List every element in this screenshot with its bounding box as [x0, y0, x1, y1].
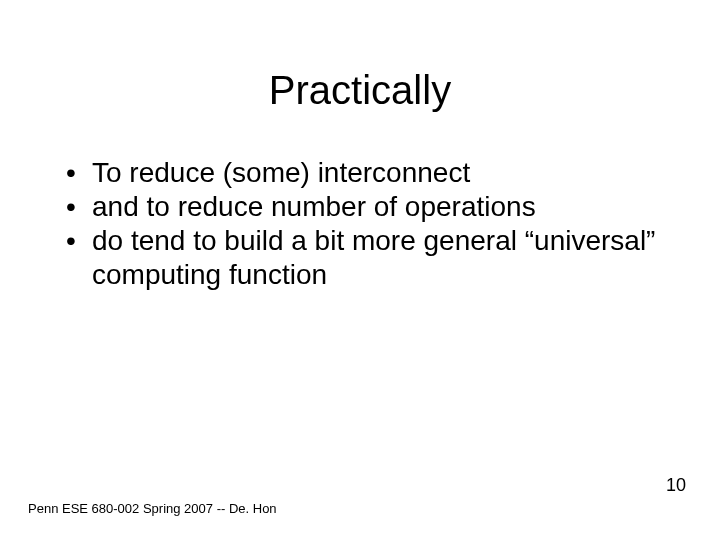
bullet-item: To reduce (some) interconnect: [66, 156, 666, 190]
page-number: 10: [666, 475, 686, 496]
slide: Practically To reduce (some) interconnec…: [0, 0, 720, 540]
bullet-list: To reduce (some) interconnect and to red…: [66, 156, 666, 293]
footer-text: Penn ESE 680-002 Spring 2007 -- De. Hon: [28, 501, 277, 516]
slide-title: Practically: [0, 68, 720, 113]
bullet-item: do tend to build a bit more general “uni…: [66, 224, 666, 292]
bullet-item: and to reduce number of operations: [66, 190, 666, 224]
